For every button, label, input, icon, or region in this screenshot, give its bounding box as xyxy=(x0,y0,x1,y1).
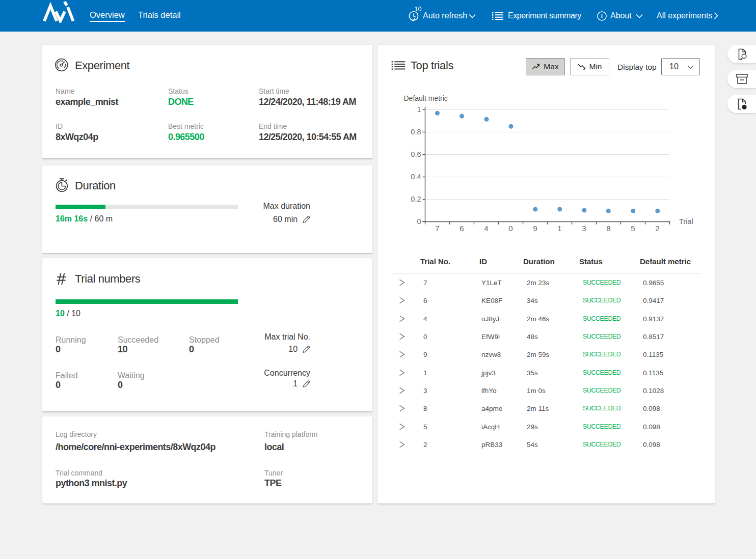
svg-text:1: 1 xyxy=(557,224,561,233)
svg-text:3: 3 xyxy=(582,224,586,233)
svg-text:8: 8 xyxy=(606,224,610,233)
svg-text:0: 0 xyxy=(417,217,421,226)
svg-text:5: 5 xyxy=(631,224,635,233)
svg-text:9: 9 xyxy=(533,224,537,233)
svg-text:0: 0 xyxy=(508,224,512,233)
svg-text:0.8: 0.8 xyxy=(411,128,421,136)
svg-text:1: 1 xyxy=(417,105,421,114)
svg-text:0.2: 0.2 xyxy=(411,195,421,203)
svg-text:4: 4 xyxy=(484,224,488,233)
svg-text:7: 7 xyxy=(435,224,439,233)
svg-text:0.6: 0.6 xyxy=(411,150,421,158)
svg-text:6: 6 xyxy=(460,224,464,233)
svg-text:0.4: 0.4 xyxy=(411,173,421,181)
svg-text:Default metric: Default metric xyxy=(404,94,448,102)
svg-text:10: 10 xyxy=(415,6,422,13)
svg-text:Trial: Trial xyxy=(679,217,693,226)
svg-text:2: 2 xyxy=(655,224,659,233)
